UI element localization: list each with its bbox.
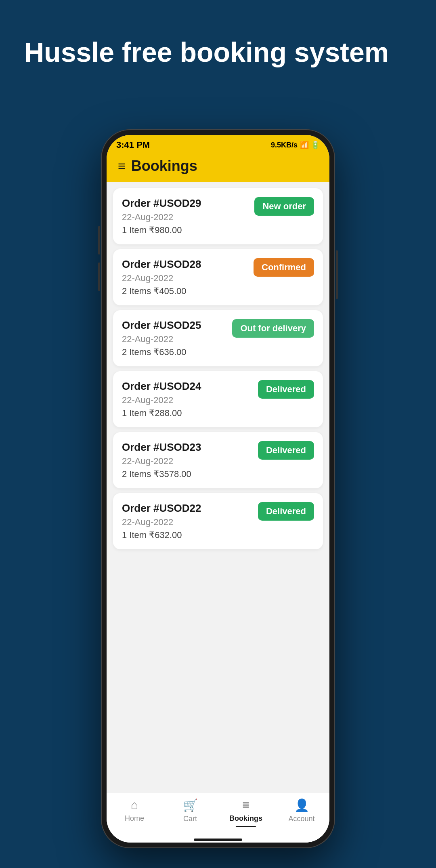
nav-account-label: Account [288,815,314,823]
order-card-2[interactable]: Order #USOD25 22-Aug-2022 2 Items ₹636.0… [113,310,323,366]
orders-list: Order #USOD29 22-Aug-2022 1 Item ₹980.00… [107,182,329,792]
volume-up-button [98,226,100,254]
order-card-4[interactable]: Order #USOD23 22-Aug-2022 2 Items ₹3578.… [113,432,323,488]
volume-down-button [98,263,100,291]
account-icon: 👤 [294,798,309,812]
order-id-3: Order #USOD24 [122,380,201,393]
order-card-1[interactable]: Order #USOD28 22-Aug-2022 2 Items ₹405.0… [113,249,323,305]
order-details-4: 2 Items ₹3578.00 [122,469,201,479]
home-icon: ⌂ [131,798,138,812]
order-id-2: Order #USOD25 [122,319,201,332]
order-date-3: 22-Aug-2022 [122,395,201,406]
app-title: Bookings [131,158,197,174]
bottom-spacer [113,554,323,557]
order-date-5: 22-Aug-2022 [122,517,201,528]
nav-account[interactable]: 👤 Account [274,798,329,827]
order-info-2: Order #USOD25 22-Aug-2022 2 Items ₹636.0… [122,319,201,357]
order-details-3: 1 Item ₹288.00 [122,408,201,418]
status-badge-1: Confirmed [254,258,314,277]
nav-cart-label: Cart [183,815,197,823]
order-info-5: Order #USOD22 22-Aug-2022 1 Item ₹632.00 [122,502,201,540]
app-header: ≡ Bookings [107,153,329,182]
status-badge-5: Delivered [258,502,314,521]
menu-icon[interactable]: ≡ [118,159,126,174]
order-info-4: Order #USOD23 22-Aug-2022 2 Items ₹3578.… [122,441,201,479]
order-details-5: 1 Item ₹632.00 [122,530,201,540]
order-info-1: Order #USOD28 22-Aug-2022 2 Items ₹405.0… [122,258,201,296]
status-right: 9.5KB/s 📶 🔋 [271,141,320,149]
nav-cart[interactable]: 🛒 Cart [162,798,218,827]
order-card-5[interactable]: Order #USOD22 22-Aug-2022 1 Item ₹632.00… [113,493,323,549]
order-card-3[interactable]: Order #USOD24 22-Aug-2022 1 Item ₹288.00… [113,371,323,427]
order-info-0: Order #USOD29 22-Aug-2022 1 Item ₹980.00 [122,197,201,235]
nav-home-label: Home [125,814,144,823]
nav-bookings[interactable]: ≡ Bookings [218,798,274,827]
phone-frame: 3:41 PM 9.5KB/s 📶 🔋 ≡ Bookings Order #US… [101,129,335,848]
bottom-nav: ⌂ Home 🛒 Cart ≡ Bookings 👤 Account [107,792,329,835]
phone-screen: 3:41 PM 9.5KB/s 📶 🔋 ≡ Bookings Order #US… [107,135,329,843]
order-info-3: Order #USOD24 22-Aug-2022 1 Item ₹288.00 [122,380,201,418]
bookings-icon: ≡ [242,798,249,812]
cart-icon: 🛒 [183,798,198,812]
order-id-5: Order #USOD22 [122,502,201,515]
order-details-0: 1 Item ₹980.00 [122,225,201,235]
home-indicator [107,835,329,843]
home-bar [194,839,242,841]
nav-home[interactable]: ⌂ Home [107,798,162,827]
order-id-0: Order #USOD29 [122,197,201,210]
order-id-4: Order #USOD23 [122,441,201,454]
order-date-1: 22-Aug-2022 [122,273,201,284]
status-bar: 3:41 PM 9.5KB/s 📶 🔋 [107,135,329,153]
nav-active-indicator [236,826,256,827]
order-details-2: 2 Items ₹636.00 [122,347,201,357]
order-date-4: 22-Aug-2022 [122,456,201,467]
power-button [336,250,338,299]
order-details-1: 2 Items ₹405.00 [122,286,201,296]
order-date-0: 22-Aug-2022 [122,212,201,223]
status-icons: 📶 🔋 [300,141,320,149]
hero-title: Hussle free booking system [24,36,412,68]
order-card-0[interactable]: Order #USOD29 22-Aug-2022 1 Item ₹980.00… [113,188,323,244]
order-id-1: Order #USOD28 [122,258,201,271]
order-date-2: 22-Aug-2022 [122,334,201,345]
phone-mockup: 3:41 PM 9.5KB/s 📶 🔋 ≡ Bookings Order #US… [101,129,335,848]
network-speed: 9.5KB/s [271,141,298,149]
status-time: 3:41 PM [116,140,150,150]
status-badge-0: New order [254,197,314,216]
nav-bookings-label: Bookings [229,814,262,823]
status-badge-2: Out for delivery [232,319,314,338]
status-badge-3: Delivered [258,380,314,399]
status-badge-4: Delivered [258,441,314,460]
